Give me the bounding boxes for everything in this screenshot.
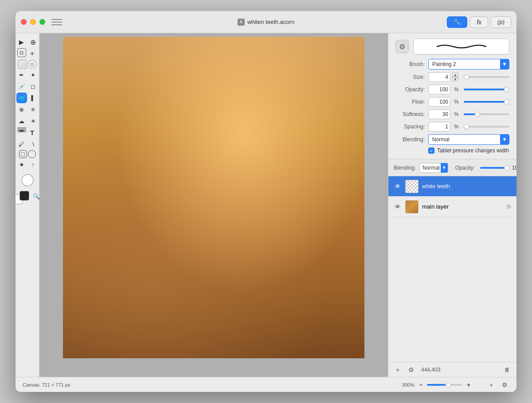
sun-tool[interactable]: ☀ (28, 116, 39, 126)
window-title-area: A whiten teeth.acorn (238, 19, 294, 26)
file-size-count: 444,403 (421, 367, 440, 373)
size-slider-thumb (464, 74, 469, 80)
eyedropper-tool[interactable]: 💉 (16, 81, 27, 92)
clone-tool[interactable]: ⊕ (16, 104, 27, 115)
layers-opacity-slider[interactable] (480, 167, 507, 169)
brush-settings-button[interactable]: ⚙ (395, 40, 409, 53)
zoom-in-button[interactable]: + (465, 381, 472, 388)
foreground-color[interactable] (20, 191, 29, 201)
tool-row-5: 💉 ◻ (16, 81, 39, 92)
opacity-unit: % (454, 86, 460, 93)
tool-row-8: ☁ ☀ (16, 116, 39, 126)
softness-input[interactable] (428, 109, 450, 119)
main-area: ▶ ⊕ ⊡ ✛ ⬜ ○ ✒ ✦ 💉 ◻ 🪣 ▌ (16, 33, 516, 377)
spacing-unit: % (454, 124, 460, 130)
eraser-tool[interactable]: ◻ (28, 81, 39, 92)
rect-select-tool[interactable]: ⬜ (18, 60, 27, 69)
spacing-label: Spacing: (395, 124, 425, 130)
text-tool[interactable]: T (27, 127, 38, 138)
canvas-info: Canvas: 721 × 771 px (23, 382, 70, 388)
zoom-out-button[interactable]: − (417, 381, 424, 388)
crop-tool[interactable]: ⊡ (17, 48, 26, 57)
tool-row-2: ⊡ ✛ (17, 48, 38, 59)
canvas-image[interactable] (63, 37, 364, 358)
bezier-tool[interactable]: 🖊 (16, 139, 27, 149)
flow-slider[interactable] (464, 101, 509, 103)
layers-blending-select[interactable]: Normal ▼ (419, 163, 448, 173)
size-input[interactable] (428, 72, 450, 82)
arrow-tool[interactable]: ▶ (16, 37, 27, 47)
softness-label: Softness: (395, 111, 425, 117)
layers-panel: Blending: Normal ▼ Opacity: 100% (388, 159, 516, 377)
circle-shape-tool[interactable] (28, 150, 36, 158)
layer-eye-main[interactable]: 👁 (394, 203, 402, 211)
canvas-settings-button[interactable]: ⚙ (500, 380, 509, 390)
rect-shape-tool[interactable]: ▬ (17, 127, 26, 132)
transform-tool[interactable]: ✛ (27, 48, 38, 59)
opacity-input[interactable] (428, 85, 450, 94)
photo-background (63, 37, 364, 358)
minimize-button[interactable] (30, 19, 36, 25)
tools-panel-button[interactable]: 🔧 (447, 16, 467, 28)
sidebar-toggle-button[interactable] (51, 18, 62, 26)
flow-input[interactable] (428, 97, 450, 107)
canvas-area[interactable] (39, 33, 388, 377)
color-circle[interactable] (21, 174, 34, 186)
tool-row-3: ⬜ ○ (18, 60, 37, 69)
spacing-slider[interactable] (464, 126, 509, 128)
size-label: Size: (395, 74, 425, 80)
layer-thumb-white-teeth (405, 180, 419, 193)
brush-tool[interactable]: ▌ (28, 93, 39, 103)
window-title: whiten teeth.acorn (247, 19, 294, 25)
opacity-slider-thumb (504, 87, 509, 92)
ellipse-select-tool[interactable]: ○ (28, 60, 37, 69)
opacity-slider[interactable] (464, 89, 509, 90)
softness-slider[interactable] (464, 113, 509, 115)
arrow-shape-tool[interactable]: ↑ (28, 159, 39, 170)
zoom-tool[interactable]: ⊕ (28, 37, 39, 47)
blending-value: Normal (432, 136, 450, 143)
close-button[interactable] (21, 19, 27, 25)
spacing-row: Spacing: % (395, 122, 509, 132)
layer-eye-white-teeth[interactable]: 👁 (394, 182, 402, 190)
maximize-button[interactable] (39, 19, 45, 25)
magic-wand-tool[interactable]: ✦ (28, 70, 39, 80)
zoom-slider[interactable] (427, 384, 462, 386)
add-canvas-button[interactable]: + (486, 380, 496, 390)
blending-select[interactable]: Normal ▼ (428, 134, 509, 145)
size-slider[interactable] (464, 76, 509, 78)
layers-toolbar: Blending: Normal ▼ Opacity: 100% (388, 159, 516, 176)
smudge-tool[interactable]: ✳ (28, 104, 39, 115)
tool-row-1: ▶ ⊕ (16, 37, 39, 47)
cloud-tool[interactable]: ☁ (16, 116, 27, 126)
layer-white-teeth[interactable]: 👁 white teeth (388, 176, 516, 197)
tablet-checkbox[interactable]: ✓ (428, 147, 434, 154)
layers-blending-label: Blending: (394, 165, 416, 171)
layer-name-white-teeth: white teeth (422, 183, 511, 190)
pen-tool[interactable]: ✒ (16, 70, 27, 80)
paint-bucket-tool[interactable]: 🪣 (16, 93, 27, 103)
tool-row-7: ⊕ ✳ (16, 104, 39, 115)
titlebar: A whiten teeth.acorn 🔧 fx (p) (16, 11, 516, 33)
layer-main[interactable]: 👁 main layer fx (388, 197, 516, 217)
spacing-input[interactable] (428, 122, 450, 132)
checkbox-check-icon: ✓ (430, 148, 433, 153)
tool-row-9: ▬ T (17, 127, 38, 138)
add-layer-button[interactable]: + (393, 365, 403, 375)
line-tool[interactable]: / (26, 137, 40, 151)
square-shape-tool[interactable]: □ (19, 150, 27, 158)
settings-layer-button[interactable]: ⚙ (406, 365, 416, 375)
brush-name-select[interactable]: Painting 2 ▼ (428, 59, 509, 70)
delete-layer-button[interactable]: 🗑 (502, 365, 512, 375)
opacity-label: Opacity: (395, 86, 425, 93)
layer-photo-thumbnail (406, 201, 418, 213)
size-up[interactable]: ▲ (452, 73, 458, 77)
flow-unit: % (454, 99, 460, 105)
fx-panel-button[interactable]: fx (470, 16, 488, 28)
layer-name-main: main layer (422, 203, 503, 210)
star-tool[interactable]: ★ (16, 159, 27, 170)
layers-blending-row: Blending: Normal ▼ Opacity: 100% (394, 163, 516, 173)
size-stepper[interactable]: ▲ ▼ (452, 73, 458, 81)
properties-panel-button[interactable]: (p) (491, 16, 511, 28)
size-down[interactable]: ▼ (452, 77, 458, 81)
